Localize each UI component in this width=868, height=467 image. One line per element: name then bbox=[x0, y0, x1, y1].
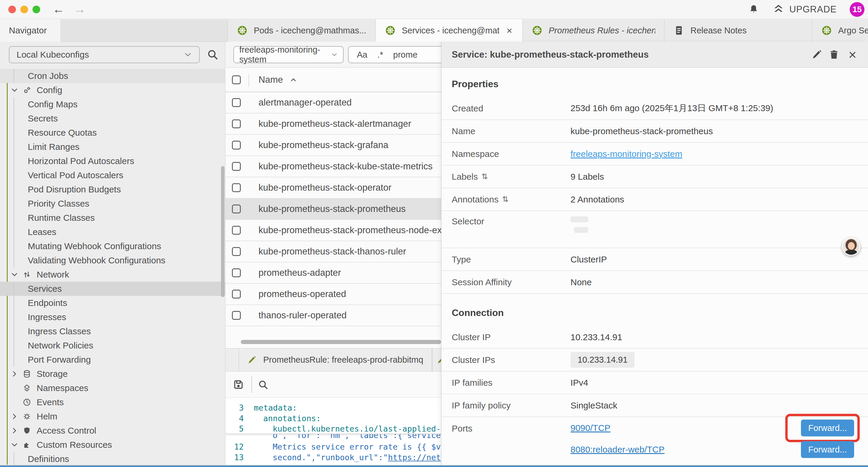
maximize-window-button[interactable] bbox=[32, 6, 40, 13]
sidebar-tree-item[interactable]: Services bbox=[0, 282, 225, 296]
forward-button[interactable]: Forward... bbox=[801, 419, 854, 436]
row-checkbox[interactable] bbox=[232, 247, 241, 256]
namespace-link[interactable]: freeleaps-monitoring-system bbox=[570, 149, 682, 159]
row-checkbox[interactable] bbox=[232, 119, 241, 128]
row-checkbox[interactable] bbox=[232, 183, 241, 192]
sidebar-tree-item[interactable]: Port Forwarding bbox=[0, 353, 225, 367]
tab-close-icon[interactable]: × bbox=[505, 25, 514, 36]
row-checkbox[interactable] bbox=[232, 290, 241, 298]
sidebar-tree-item[interactable]: Custom Resources bbox=[0, 438, 225, 452]
sidebar-tree-item[interactable]: Network bbox=[0, 267, 225, 282]
app-tab[interactable]: Release Notes bbox=[664, 19, 812, 42]
table-search-input[interactable]: Aa .* prome bbox=[348, 46, 441, 63]
table-row[interactable]: prometheus-operated bbox=[225, 284, 441, 305]
labels-label[interactable]: Labels⇅ bbox=[452, 172, 570, 182]
sidebar-tree-item[interactable]: Helm bbox=[0, 409, 225, 424]
namespace-select[interactable]: freeleaps-monitoring-system bbox=[234, 46, 344, 63]
row-checkbox[interactable] bbox=[232, 268, 241, 277]
sidebar-tree-item[interactable]: Config bbox=[0, 83, 225, 97]
tree-chevron-icon[interactable] bbox=[11, 427, 23, 435]
app-tab[interactable]: Prometheus Rules - icecheng... bbox=[523, 19, 664, 42]
sidebar-tree-item[interactable]: Resource Quotas bbox=[0, 126, 225, 140]
sidebar-tree-item[interactable]: Mutating Webhook Configurations bbox=[0, 239, 225, 253]
app-tab[interactable]: Pods - icecheng@mathmas... bbox=[227, 19, 376, 42]
sidebar-tree-item[interactable]: Pod Disruption Budgets bbox=[0, 182, 225, 197]
sidebar-tree-item[interactable]: Validating Webhook Configurations bbox=[0, 253, 225, 267]
row-checkbox[interactable] bbox=[232, 311, 241, 320]
forward-button[interactable]: Forward... bbox=[801, 441, 854, 458]
sidebar-tree-item[interactable]: Definitions bbox=[0, 452, 225, 466]
regex-toggle[interactable]: .* bbox=[377, 50, 383, 60]
sidebar-tree-item[interactable]: Network Policies bbox=[0, 339, 225, 353]
row-checkbox[interactable] bbox=[232, 226, 241, 235]
sidebar-tree-item[interactable]: Config Maps bbox=[0, 97, 225, 111]
tab-navigator[interactable]: Navigator bbox=[0, 19, 61, 42]
sidebar-tree-item[interactable]: Events bbox=[0, 395, 225, 409]
select-all-checkbox[interactable] bbox=[232, 76, 241, 84]
table-row[interactable]: alertmanager-operated bbox=[225, 92, 441, 114]
table-row[interactable]: kube-prometheus-stack-grafana bbox=[225, 135, 441, 156]
sidebar-tree-item[interactable]: Horizontal Pod Autoscalers bbox=[0, 154, 225, 168]
sidebar-tree-item[interactable]: Priority Classes bbox=[0, 197, 225, 211]
upgrade-button[interactable]: UPGRADE bbox=[772, 3, 837, 16]
delete-trash-icon[interactable] bbox=[829, 49, 840, 60]
sidebar-tree-item[interactable]: Vertical Pod Autoscalers bbox=[0, 168, 225, 182]
table-row[interactable]: kube-prometheus-stack-operator bbox=[225, 177, 441, 199]
port-link[interactable]: 9090/TCP bbox=[570, 423, 610, 433]
avatar[interactable] bbox=[842, 237, 860, 256]
yaml-editor[interactable]: 3 metadata: 4 annotations: 5 kubectl.kub… bbox=[225, 401, 441, 467]
table-row[interactable]: thanos-ruler-operated bbox=[225, 305, 441, 326]
sidebar-tree-item[interactable]: Limit Ranges bbox=[0, 140, 225, 154]
close-window-button[interactable] bbox=[8, 6, 16, 13]
app-tab[interactable]: Argo Se bbox=[812, 19, 868, 42]
editor-tab-partial[interactable] bbox=[432, 348, 441, 371]
app-tab[interactable]: Services - icecheng@math... × bbox=[376, 19, 523, 42]
table-row[interactable]: kube-prometheus-stack-prometheus-node-ex… bbox=[225, 220, 441, 241]
match-case-toggle[interactable]: Aa bbox=[357, 50, 367, 60]
table-row[interactable]: kube-prometheus-stack-kube-state-metrics bbox=[225, 156, 441, 177]
code-link[interactable]: https://net bbox=[388, 453, 441, 462]
tree-chevron-icon[interactable] bbox=[11, 86, 23, 94]
row-checkbox[interactable] bbox=[232, 98, 241, 107]
row-checkbox[interactable] bbox=[232, 162, 241, 171]
tree-item-icon bbox=[23, 426, 37, 435]
minimize-window-button[interactable] bbox=[20, 6, 28, 13]
sidebar-tree-item[interactable]: Namespaces bbox=[0, 381, 225, 395]
close-icon[interactable]: × bbox=[848, 48, 857, 61]
tree-chevron-icon[interactable] bbox=[11, 370, 23, 378]
port-link[interactable]: 8080:reloader-web/TCP bbox=[570, 444, 665, 455]
tree-chevron-icon[interactable] bbox=[11, 441, 23, 449]
sidebar-tree-item[interactable]: Cron Jobs bbox=[0, 69, 225, 83]
back-icon[interactable]: ← bbox=[53, 3, 64, 16]
table-row[interactable]: kube-prometheus-stack-thanos-ruler bbox=[225, 241, 441, 262]
forward-icon[interactable]: → bbox=[74, 3, 86, 16]
sidebar-search-icon[interactable] bbox=[207, 49, 219, 61]
save-icon[interactable] bbox=[232, 379, 244, 390]
sidebar-tree-item[interactable]: Access Control bbox=[0, 424, 225, 438]
row-checkbox[interactable] bbox=[232, 141, 241, 150]
sidebar-tree-item[interactable]: Secrets bbox=[0, 111, 225, 126]
editor-search-icon[interactable] bbox=[258, 380, 269, 390]
notifications-bell-icon[interactable] bbox=[748, 4, 759, 15]
sidebar-tree-item[interactable]: Ingress Classes bbox=[0, 324, 225, 339]
sidebar-tree-item[interactable]: Endpoints bbox=[0, 296, 225, 310]
kubeconfig-select[interactable]: Local Kubeconfigs bbox=[9, 46, 200, 63]
horizontal-scrollbar[interactable] bbox=[225, 339, 441, 345]
sidebar-scrollbar[interactable] bbox=[221, 166, 224, 297]
tree-chevron-icon[interactable] bbox=[11, 413, 23, 420]
sidebar-tree-item[interactable]: Leases bbox=[0, 225, 225, 239]
table-row[interactable]: kube-prometheus-stack-prometheus bbox=[225, 199, 441, 220]
tree-chevron-icon[interactable] bbox=[11, 271, 23, 279]
editor-tab[interactable]: PrometheusRule: freeleaps-prod-rabbitmq bbox=[239, 348, 432, 371]
sidebar-tree-item[interactable]: Runtime Classes bbox=[0, 211, 225, 225]
annotations-label[interactable]: Annotations⇅ bbox=[452, 195, 570, 205]
table-row[interactable]: prometheus-adapter bbox=[225, 262, 441, 284]
tree-item-label: Leases bbox=[28, 227, 56, 237]
sidebar-tree-item[interactable]: Storage bbox=[0, 367, 225, 381]
name-column-header[interactable]: Name bbox=[258, 75, 297, 85]
row-checkbox[interactable] bbox=[232, 205, 241, 213]
edit-pencil-icon[interactable] bbox=[811, 49, 823, 60]
sidebar-tree-item[interactable]: Ingresses bbox=[0, 310, 225, 324]
table-row[interactable]: kube-prometheus-stack-alertmanager bbox=[225, 114, 441, 135]
notification-count-badge[interactable]: 15 bbox=[850, 2, 864, 17]
